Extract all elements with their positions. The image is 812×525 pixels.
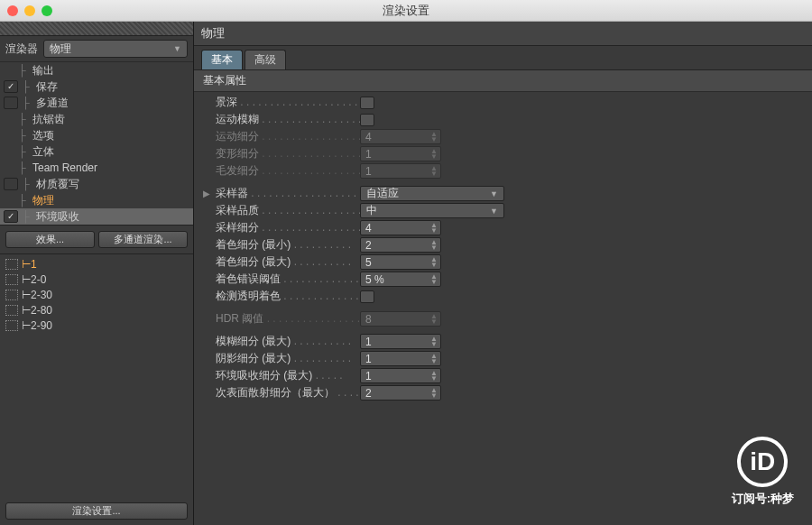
- spinner-icon[interactable]: ▲▼: [430, 388, 438, 399]
- renderer-label: 渲染器: [5, 41, 38, 57]
- tree-item-0[interactable]: ├输出: [0, 62, 193, 78]
- spinner-icon[interactable]: ▲▼: [430, 314, 438, 325]
- preset-icon: [5, 259, 18, 270]
- prop-row: 模糊细分 (最大) . . . . . . . . . .1▲▼: [194, 333, 812, 350]
- tree-item-2[interactable]: ├多通道: [0, 95, 193, 111]
- number-input[interactable]: 8▲▼: [360, 311, 441, 327]
- checkbox-icon[interactable]: [4, 80, 18, 93]
- tab-0[interactable]: 基本: [201, 50, 243, 69]
- logo-icon: iD: [737, 437, 788, 487]
- prop-row: HDR 阈值 . . . . . . . . . . . . . . . . .…: [194, 310, 812, 327]
- settings-tree: ├输出├保存├多通道├抗锯齿├选项├立体├Team Render├材质覆写├物理…: [0, 62, 193, 226]
- window-title: 渲染设置: [7, 3, 805, 19]
- tabs: 基本高级: [194, 46, 812, 70]
- renderer-select[interactable]: 物理 ▼: [43, 40, 188, 58]
- chevron-down-icon: ▼: [490, 189, 498, 198]
- prop-row: 检测透明着色 . . . . . . . . . . . . . . . . .: [194, 288, 812, 305]
- dropdown[interactable]: 中▼: [360, 203, 504, 218]
- multipass-button[interactable]: 多通道渲染...: [98, 231, 188, 248]
- checkbox-icon[interactable]: [4, 210, 18, 223]
- tree-item-7[interactable]: ├材质覆写: [0, 176, 193, 192]
- prop-row: 次表面散射细分（最大） . . . . .2▲▼: [194, 384, 812, 401]
- number-input[interactable]: 1▲▼: [360, 163, 441, 179]
- prop-row: 着色细分 (最小) . . . . . . . . . .2▲▼: [194, 236, 812, 253]
- spinner-icon[interactable]: ▲▼: [430, 166, 438, 177]
- tree-item-6[interactable]: ├Team Render: [0, 160, 193, 176]
- render-settings-button[interactable]: 渲染设置...: [5, 502, 188, 520]
- checkbox[interactable]: [360, 97, 374, 109]
- prop-row: 环境吸收细分 (最大) . . . . .1▲▼: [194, 367, 812, 384]
- spinner-icon[interactable]: ▲▼: [430, 336, 438, 347]
- preset-icon: [5, 274, 18, 285]
- checkbox-icon[interactable]: [4, 97, 18, 109]
- preset-icon: [5, 305, 18, 316]
- preset-2[interactable]: ⊢2-30: [0, 287, 193, 302]
- preset-0[interactable]: ⊢1: [0, 256, 193, 272]
- number-input[interactable]: 4▲▼: [360, 129, 441, 144]
- spinner-icon[interactable]: ▲▼: [430, 132, 438, 143]
- watermark: iD 订阅号:种梦: [732, 437, 794, 507]
- main-panel: 物理 基本高级 基本属性 景深 . . . . . . . . . . . . …: [194, 22, 812, 525]
- preset-1[interactable]: ⊢2-0: [0, 272, 193, 287]
- dropdown[interactable]: 自适应▼: [360, 186, 504, 201]
- hatch-strip: [0, 22, 193, 36]
- checkbox[interactable]: [360, 290, 374, 303]
- spinner-icon[interactable]: ▲▼: [430, 240, 438, 251]
- tree-item-9[interactable]: ├环境吸收: [0, 208, 193, 225]
- sidebar: 渲染器 物理 ▼ ├输出├保存├多通道├抗锯齿├选项├立体├Team Rende…: [0, 22, 194, 525]
- titlebar: 渲染设置: [0, 0, 812, 22]
- effects-button[interactable]: 效果...: [5, 231, 95, 248]
- number-input[interactable]: 5▲▼: [360, 254, 441, 270]
- number-input[interactable]: 2▲▼: [360, 237, 441, 253]
- prop-row: 变形细分 . . . . . . . . . . . . . . . . . .…: [194, 145, 812, 162]
- prop-row: ▶采样器 . . . . . . . . . . . . . . . . . .…: [194, 185, 812, 202]
- number-input[interactable]: 5 %▲▼: [360, 272, 441, 287]
- checkbox-icon[interactable]: [4, 178, 18, 190]
- prop-row: 采样品质 . . . . . . . . . . . . . . . . . .…: [194, 202, 812, 219]
- spinner-icon[interactable]: ▲▼: [430, 274, 438, 285]
- tree-item-3[interactable]: ├抗锯齿: [0, 111, 193, 127]
- spinner-icon[interactable]: ▲▼: [430, 149, 438, 160]
- number-input[interactable]: 1▲▼: [360, 351, 441, 366]
- tree-item-8[interactable]: ├物理: [0, 192, 193, 208]
- tree-item-4[interactable]: ├选项: [0, 127, 193, 143]
- prop-row: 着色错误阈值 . . . . . . . . . . . . . . . . .…: [194, 271, 812, 288]
- section-header: 基本属性: [194, 70, 812, 92]
- tab-1[interactable]: 高级: [245, 50, 286, 69]
- number-input[interactable]: 4▲▼: [360, 220, 441, 235]
- preset-icon: [5, 320, 18, 331]
- spinner-icon[interactable]: ▲▼: [430, 371, 438, 382]
- number-input[interactable]: 1▲▼: [360, 334, 441, 349]
- spinner-icon[interactable]: ▲▼: [430, 223, 438, 234]
- number-input[interactable]: 1▲▼: [360, 146, 441, 161]
- prop-row: 运动模糊 . . . . . . . . . . . . . . . . . .…: [194, 111, 812, 128]
- tree-item-5[interactable]: ├立体: [0, 143, 193, 160]
- chevron-down-icon: ▼: [490, 207, 498, 216]
- presets-list: ⊢1⊢2-0⊢2-30⊢2-80⊢2-90: [0, 253, 193, 333]
- checkbox[interactable]: [360, 114, 374, 126]
- panel-title: 物理: [194, 22, 812, 46]
- spinner-icon[interactable]: ▲▼: [430, 257, 438, 268]
- properties: 景深 . . . . . . . . . . . . . . . . . . .…: [194, 92, 812, 409]
- prop-row: 毛发细分 . . . . . . . . . . . . . . . . . .…: [194, 162, 812, 180]
- prop-row: 采样细分 . . . . . . . . . . . . . . . . . .…: [194, 219, 812, 236]
- preset-4[interactable]: ⊢2-90: [0, 318, 193, 333]
- prop-row: 景深 . . . . . . . . . . . . . . . . . . .…: [194, 94, 812, 111]
- number-input[interactable]: 1▲▼: [360, 368, 441, 383]
- prop-row: 着色细分 (最大) . . . . . . . . . .5▲▼: [194, 253, 812, 271]
- tree-item-1[interactable]: ├保存: [0, 78, 193, 95]
- number-input[interactable]: 2▲▼: [360, 385, 441, 401]
- spinner-icon[interactable]: ▲▼: [430, 354, 438, 364]
- prop-row: 阴影细分 (最大) . . . . . . . . . .1▲▼: [194, 350, 812, 367]
- preset-icon: [5, 290, 18, 300]
- preset-3[interactable]: ⊢2-80: [0, 302, 193, 318]
- chevron-down-icon: ▼: [173, 44, 181, 53]
- prop-row: 运动细分 . . . . . . . . . . . . . . . . . .…: [194, 128, 812, 145]
